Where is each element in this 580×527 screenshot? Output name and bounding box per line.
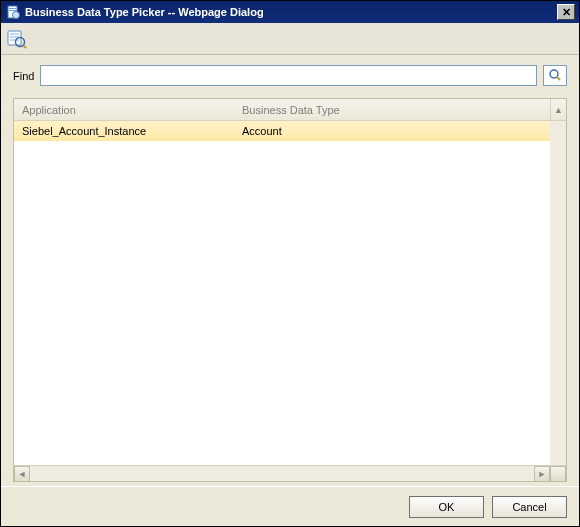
results-grid: Application Business Data Type ▲ Siebel_…	[13, 98, 567, 482]
data-search-icon[interactable]	[5, 27, 29, 51]
vertical-scrollbar[interactable]	[550, 121, 566, 465]
find-row: Find	[13, 65, 567, 86]
cancel-button[interactable]: Cancel	[492, 496, 567, 518]
scroll-right-button[interactable]: ►	[534, 466, 550, 482]
svg-rect-2	[9, 10, 16, 11]
title-bar: Business Data Type Picker -- Webpage Dia…	[1, 1, 579, 23]
grid-rows: Siebel_Account_Instance Account	[14, 121, 550, 465]
scroll-corner	[550, 466, 566, 482]
cell-business-data-type: Account	[234, 125, 550, 137]
dialog-footer: OK Cancel	[1, 486, 579, 526]
toolbar	[1, 23, 579, 55]
search-icon	[548, 68, 562, 84]
svg-point-10	[550, 70, 558, 78]
column-header-business-data-type[interactable]: Business Data Type	[234, 104, 550, 116]
cell-application: Siebel_Account_Instance	[14, 125, 234, 137]
scroll-left-button[interactable]: ◄	[14, 466, 30, 482]
horizontal-scrollbar: ◄ ►	[14, 465, 566, 481]
window-title: Business Data Type Picker -- Webpage Dia…	[25, 6, 557, 18]
grid-header: Application Business Data Type ▲	[14, 99, 566, 121]
svg-rect-1	[9, 8, 16, 9]
find-button[interactable]	[543, 65, 567, 86]
table-row[interactable]: Siebel_Account_Instance Account	[14, 121, 550, 141]
find-label: Find	[13, 70, 34, 82]
column-header-application[interactable]: Application	[14, 104, 234, 116]
scroll-track[interactable]	[30, 466, 534, 481]
close-button[interactable]: ✕	[557, 4, 575, 20]
content-area: Find Application Business Data Type ▲ Si…	[1, 55, 579, 486]
svg-line-9	[24, 45, 27, 48]
ok-button[interactable]: OK	[409, 496, 484, 518]
grid-body: Siebel_Account_Instance Account	[14, 121, 566, 465]
scroll-up-button[interactable]: ▲	[550, 99, 566, 120]
svg-line-11	[557, 77, 560, 80]
page-icon	[5, 4, 21, 20]
dialog-window: Business Data Type Picker -- Webpage Dia…	[0, 0, 580, 527]
svg-point-3	[13, 12, 20, 19]
find-input[interactable]	[40, 65, 537, 86]
